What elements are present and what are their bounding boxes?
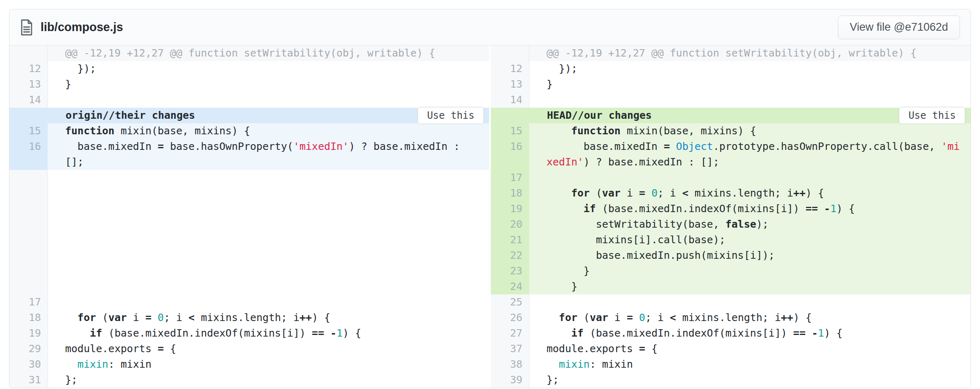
filler-row (9, 170, 489, 294)
code-line: function mixin(base, mixins) { (529, 123, 971, 139)
line-number (491, 45, 529, 61)
line-number: 19 (9, 326, 48, 341)
diff-row: 38 mixin: mixin (491, 357, 971, 372)
code-line: for (var i = 0; i < mixins.length; i++) … (529, 185, 971, 201)
line-number: 18 (9, 310, 48, 326)
line-number (9, 170, 48, 294)
diff-row: 22 base.mixedIn.push(mixins[i]); (491, 248, 971, 263)
line-number: 17 (9, 294, 48, 310)
code-line: mixin: mixin (48, 357, 489, 372)
line-number: 16 (491, 139, 529, 154)
diff-row: 16 base.mixedIn = Object.prototype.hasOw… (491, 139, 971, 154)
line-number: 13 (491, 77, 529, 92)
code-line (529, 294, 971, 310)
diff-row: 13} (491, 77, 971, 92)
diff-row: 13} (9, 77, 489, 92)
line-number: 24 (491, 279, 529, 294)
diff-row: 39}; (491, 372, 971, 388)
line-number (9, 45, 48, 61)
file-icon (20, 19, 33, 36)
hunk-header-row: @@ -12,19 +12,27 @@ function setWritabil… (491, 45, 971, 61)
code-line: } (529, 77, 971, 92)
code-line: base.mixedIn = Object.prototype.hasOwnPr… (529, 139, 971, 154)
code-line (48, 92, 489, 108)
code-line: @@ -12,19 +12,27 @@ function setWritabil… (48, 45, 489, 61)
diff-row: 16 base.mixedIn = base.hasOwnProperty('m… (9, 139, 489, 154)
pane-theirs: @@ -12,19 +12,27 @@ function setWritabil… (9, 45, 489, 388)
line-number: 27 (491, 326, 529, 341)
diff-row: 15 function mixin(base, mixins) { (491, 123, 971, 139)
line-number: 14 (9, 92, 48, 108)
diff-row: 19 if (base.mixedIn.indexOf(mixins[i]) =… (491, 201, 971, 217)
line-number: 31 (9, 372, 48, 388)
diff-row: 29module.exports = { (9, 341, 489, 357)
file-header: lib/compose.js View file @e71062d (9, 9, 971, 45)
line-number: 15 (491, 123, 529, 139)
line-number: 37 (491, 341, 529, 357)
line-number: 39 (491, 372, 529, 388)
line-number: 22 (491, 248, 529, 263)
code-line: if (base.mixedIn.indexOf(mixins[i]) == -… (529, 201, 971, 217)
diff-row: 24 } (491, 279, 971, 294)
diff-row: 23 } (491, 263, 971, 279)
line-number: 17 (491, 170, 529, 185)
code-line: } (48, 77, 489, 92)
line-number: 19 (491, 201, 529, 217)
line-number: 30 (9, 357, 48, 372)
line-number: 38 (491, 357, 529, 372)
file-diff-card: lib/compose.js View file @e71062d @@ -12… (9, 9, 971, 388)
code-line (48, 294, 489, 310)
conflict-label: origin//their changes (66, 108, 195, 123)
use-this-button[interactable]: Use this (899, 107, 965, 124)
hunk-header-row: @@ -12,19 +12,27 @@ function setWritabil… (9, 45, 489, 61)
code-line: mixin: mixin (529, 357, 971, 372)
line-number: 18 (491, 185, 529, 201)
diff-row: 30 mixin: mixin (9, 357, 489, 372)
code-line: module.exports = { (48, 341, 489, 357)
diff-row: xedIn') ? base.mixedIn : []; (491, 154, 971, 170)
code-line: for (var i = 0; i < mixins.length; i++) … (529, 310, 971, 326)
line-number (9, 154, 48, 170)
code-line: setWritability(base, false); (529, 217, 971, 232)
code-line: }; (48, 372, 489, 388)
line-number: 29 (9, 341, 48, 357)
use-this-button[interactable]: Use this (417, 107, 484, 124)
diff-row: 14 (491, 92, 971, 108)
diff-row: 20 setWritability(base, false); (491, 217, 971, 232)
pane-ours: @@ -12,19 +12,27 @@ function setWritabil… (491, 45, 971, 388)
code-line: []; (48, 154, 489, 170)
code-line (529, 170, 971, 185)
code-line: for (var i = 0; i < mixins.length; i++) … (48, 310, 489, 326)
code-line: }); (48, 61, 489, 77)
code-line (48, 170, 489, 294)
code-line: module.exports = { (529, 341, 971, 357)
diff-row: 15function mixin(base, mixins) { (9, 123, 489, 139)
code-line: }; (529, 372, 971, 388)
conflict-header-row: HEAD//our changesUse this (491, 108, 971, 123)
line-number: 15 (9, 123, 48, 139)
conflict-header-row: origin//their changesUse this (9, 108, 489, 123)
conflict-label: HEAD//our changes (547, 108, 652, 123)
line-number: 20 (491, 217, 529, 232)
code-line: @@ -12,19 +12,27 @@ function setWritabil… (529, 45, 971, 61)
file-name: lib/compose.js (41, 20, 123, 34)
diff-row: 25 (491, 294, 971, 310)
code-line: xedIn') ? base.mixedIn : []; (529, 154, 971, 170)
diff-row: 31}; (9, 372, 489, 388)
diff-row: 17 (491, 170, 971, 185)
line-number: 13 (9, 77, 48, 92)
diff-row: 37module.exports = { (491, 341, 971, 357)
diff-row: []; (9, 154, 489, 170)
diff-row: 18 for (var i = 0; i < mixins.length; i+… (491, 185, 971, 201)
code-line: function mixin(base, mixins) { (48, 123, 489, 139)
line-number: 25 (491, 294, 529, 310)
code-line: }); (529, 61, 971, 77)
diff-row: 12 }); (491, 61, 971, 77)
line-number: 21 (491, 232, 529, 248)
code-line (529, 92, 971, 108)
code-line: base.mixedIn = base.hasOwnProperty('mixe… (48, 139, 489, 154)
diff-row: 27 if (base.mixedIn.indexOf(mixins[i]) =… (491, 326, 971, 341)
diff-row: 18 for (var i = 0; i < mixins.length; i+… (9, 310, 489, 326)
view-file-button[interactable]: View file @e71062d (838, 16, 960, 39)
line-number: 14 (491, 92, 529, 108)
